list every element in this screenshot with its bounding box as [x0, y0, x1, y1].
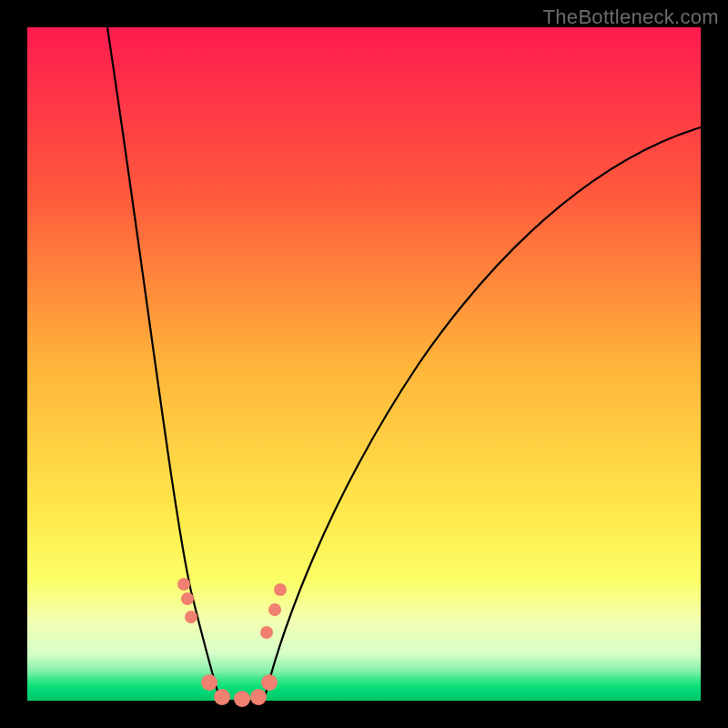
watermark-text: TheBottleneck.com	[543, 5, 719, 29]
data-marker	[185, 611, 197, 623]
curve-right-curve	[264, 127, 701, 701]
series-group	[107, 27, 701, 701]
data-marker	[177, 578, 190, 591]
data-marker	[250, 689, 267, 705]
data-marker	[214, 689, 230, 705]
data-marker	[260, 626, 273, 639]
curve-left-curve	[107, 27, 220, 701]
data-marker	[234, 691, 250, 707]
chart-curves	[27, 27, 701, 701]
data-marker	[274, 583, 287, 596]
data-marker	[201, 674, 217, 691]
markers-group	[177, 578, 287, 707]
data-marker	[268, 603, 281, 616]
chart-frame	[27, 27, 701, 701]
data-marker	[181, 592, 194, 605]
data-marker	[261, 674, 278, 691]
